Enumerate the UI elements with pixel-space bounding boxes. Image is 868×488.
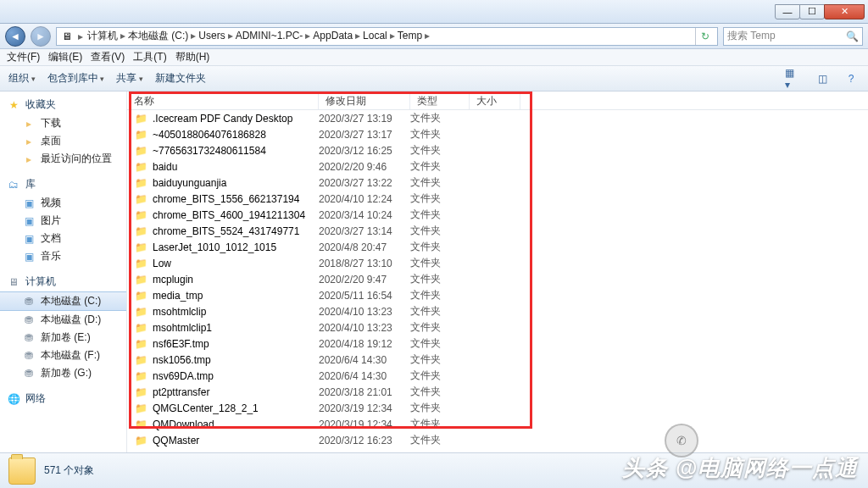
sidebar-item-icon: ⛃ bbox=[22, 367, 36, 380]
folder-icon: 📁 bbox=[134, 402, 147, 415]
file-type: 文件夹 bbox=[410, 417, 470, 431]
sidebar-item[interactable]: ▣视频 bbox=[0, 194, 126, 212]
file-row[interactable]: 📁msohtmlclip2020/4/10 13:23文件夹 bbox=[127, 303, 868, 319]
folder-icon: 📁 bbox=[134, 241, 147, 254]
col-type[interactable]: 类型 bbox=[410, 92, 470, 109]
file-date: 2020/3/27 13:22 bbox=[319, 177, 410, 189]
file-type: 文件夹 bbox=[410, 256, 470, 270]
maximize-button[interactable]: ☐ bbox=[799, 4, 825, 19]
file-row[interactable]: 📁baiduyunguanjia2020/3/27 13:22文件夹 bbox=[127, 175, 868, 191]
file-row[interactable]: 📁.Icecream PDF Candy Desktop2020/3/27 13… bbox=[127, 110, 868, 126]
chevron-right-icon: ▸ bbox=[118, 30, 128, 42]
sidebar-item[interactable]: ▣文档 bbox=[0, 230, 126, 247]
folder-icon: 📁 bbox=[134, 128, 147, 141]
col-date[interactable]: 修改日期 bbox=[319, 92, 410, 109]
sidebar-item[interactable]: ▣图片 bbox=[0, 212, 126, 230]
sidebar-item-label: 下载 bbox=[41, 116, 61, 130]
file-row[interactable]: 📁QMGLCenter_128_2_12020/3/19 12:34文件夹 bbox=[127, 400, 868, 416]
folder-icon: 📁 bbox=[134, 369, 147, 383]
file-row[interactable]: 📁chrome_BITS_1556_6621371942020/4/10 12:… bbox=[127, 191, 868, 207]
help-button[interactable]: ? bbox=[843, 70, 860, 87]
sidebar-item[interactable]: ▸下载 bbox=[0, 114, 126, 132]
new-folder-button[interactable]: 新建文件夹 bbox=[155, 71, 206, 86]
sidebar-item-icon: ⛃ bbox=[22, 331, 36, 345]
folder-icon bbox=[8, 458, 36, 485]
file-type: 文件夹 bbox=[410, 401, 470, 415]
file-row[interactable]: 📁QQMaster2020/3/12 16:23文件夹 bbox=[127, 432, 868, 448]
titlebar: — ☐ ✕ bbox=[0, 0, 868, 24]
file-row[interactable]: 📁pt2pttransfer2020/3/18 21:01文件夹 bbox=[127, 384, 868, 400]
folder-icon: 📁 bbox=[134, 353, 147, 367]
file-date: 2020/4/10 12:24 bbox=[319, 193, 410, 205]
breadcrumb-segment[interactable]: ADMINI~1.PC- bbox=[236, 30, 303, 42]
organize-button[interactable]: 组织 bbox=[8, 71, 36, 86]
breadcrumb[interactable]: 🖥 ▸ 计算机▸本地磁盘 (C:)▸Users▸ADMINI~1.PC-▸App… bbox=[56, 27, 718, 46]
file-row[interactable]: 📁~77656317324806115842020/3/12 16:25文件夹 bbox=[127, 142, 868, 158]
file-row[interactable]: 📁Low2018/8/27 13:10文件夹 bbox=[127, 255, 868, 271]
chevron-right-icon: ▸ bbox=[303, 30, 313, 42]
minimize-button[interactable]: — bbox=[775, 4, 800, 19]
file-name: nsf6E3F.tmp bbox=[153, 338, 209, 350]
sidebar-item[interactable]: ⛃本地磁盘 (D:) bbox=[0, 311, 126, 329]
file-type: 文件夹 bbox=[410, 288, 470, 302]
sidebar-item[interactable]: ▣音乐 bbox=[0, 247, 126, 265]
file-row[interactable]: 📁~40501880640761868282020/3/27 13:17文件夹 bbox=[127, 126, 868, 142]
preview-pane-button[interactable]: ◫ bbox=[814, 70, 831, 87]
sidebar-item[interactable]: ▸桌面 bbox=[0, 132, 126, 150]
search-input[interactable]: 搜索 Temp 🔍 bbox=[723, 27, 863, 46]
file-row[interactable]: 📁chrome_BITS_4600_19412113042020/3/14 10… bbox=[127, 207, 868, 223]
view-options-button[interactable]: ▦ ▾ bbox=[785, 70, 802, 87]
back-button[interactable]: ◄ bbox=[5, 26, 25, 47]
file-row[interactable]: 📁media_tmp2020/5/11 16:54文件夹 bbox=[127, 287, 868, 303]
menu-item[interactable]: 工具(T) bbox=[133, 50, 166, 64]
breadcrumb-segment[interactable]: 计算机 bbox=[87, 30, 118, 42]
sidebar-favorites[interactable]: ★收藏夹 bbox=[0, 95, 126, 114]
breadcrumb-segment[interactable]: Temp bbox=[398, 30, 422, 42]
file-name: baidu bbox=[153, 161, 177, 173]
sidebar-item[interactable]: ⛃新加卷 (G:) bbox=[0, 364, 126, 382]
forward-button[interactable]: ► bbox=[31, 26, 51, 47]
file-row[interactable]: 📁chrome_BITS_5524_4317497712020/3/27 13:… bbox=[127, 223, 868, 239]
share-button[interactable]: 共享 bbox=[116, 71, 143, 86]
sidebar-item-label: 桌面 bbox=[41, 134, 61, 148]
folder-icon: 📁 bbox=[134, 225, 147, 238]
folder-icon: 📁 bbox=[134, 434, 147, 447]
menu-item[interactable]: 文件(F) bbox=[7, 50, 40, 64]
sidebar-item[interactable]: ▸最近访问的位置 bbox=[0, 150, 126, 168]
file-type: 文件夹 bbox=[410, 304, 470, 319]
file-row[interactable]: 📁nsv69DA.tmp2020/6/4 14:30文件夹 bbox=[127, 368, 868, 384]
refresh-button[interactable]: ↻ bbox=[695, 27, 714, 46]
file-row[interactable]: 📁baidu2020/2/20 9:46文件夹 bbox=[127, 158, 868, 175]
file-type: 文件夹 bbox=[410, 385, 470, 399]
file-row[interactable]: 📁QMDownload2020/3/19 12:34文件夹 bbox=[127, 416, 868, 432]
sidebar-item[interactable]: ⛃本地磁盘 (C:) bbox=[0, 291, 126, 311]
sidebar-item-label: 图片 bbox=[41, 214, 61, 228]
folder-icon: 📁 bbox=[134, 321, 147, 335]
file-name: chrome_BITS_4600_1941211304 bbox=[153, 209, 305, 221]
sidebar-libraries[interactable]: 🗂库 bbox=[0, 175, 126, 194]
menu-item[interactable]: 编辑(E) bbox=[48, 50, 82, 64]
sidebar-item[interactable]: ⛃新加卷 (E:) bbox=[0, 329, 126, 347]
file-type: 文件夹 bbox=[410, 336, 470, 351]
close-button[interactable]: ✕ bbox=[824, 4, 865, 19]
menu-item[interactable]: 查看(V) bbox=[91, 50, 125, 64]
column-header[interactable]: 名称 修改日期 类型 大小 bbox=[127, 92, 868, 110]
sidebar-item[interactable]: ⛃本地磁盘 (F:) bbox=[0, 347, 126, 364]
col-size[interactable]: 大小 bbox=[470, 92, 520, 109]
sidebar-network[interactable]: 🌐网络 bbox=[0, 389, 126, 408]
col-name[interactable]: 名称 bbox=[127, 92, 319, 109]
file-name: mcplugin bbox=[153, 274, 193, 286]
file-row[interactable]: 📁msohtmlclip12020/4/10 13:23文件夹 bbox=[127, 319, 868, 336]
sidebar-computer[interactable]: 🖥计算机 bbox=[0, 272, 126, 291]
menu-item[interactable]: 帮助(H) bbox=[175, 50, 210, 64]
file-row[interactable]: 📁mcplugin2020/2/20 9:47文件夹 bbox=[127, 271, 868, 287]
breadcrumb-segment[interactable]: Users bbox=[198, 30, 225, 42]
file-row[interactable]: 📁LaserJet_1010_1012_10152020/4/8 20:47文件… bbox=[127, 239, 868, 255]
file-row[interactable]: 📁nsf6E3F.tmp2020/4/18 19:12文件夹 bbox=[127, 336, 868, 352]
breadcrumb-segment[interactable]: 本地磁盘 (C:) bbox=[128, 30, 188, 42]
include-in-library-button[interactable]: 包含到库中 bbox=[47, 71, 105, 86]
breadcrumb-segment[interactable]: Local bbox=[363, 30, 387, 42]
chevron-right-icon: ▸ bbox=[188, 30, 198, 42]
breadcrumb-segment[interactable]: AppData bbox=[313, 30, 353, 42]
file-row[interactable]: 📁nsk1056.tmp2020/6/4 14:30文件夹 bbox=[127, 352, 868, 368]
